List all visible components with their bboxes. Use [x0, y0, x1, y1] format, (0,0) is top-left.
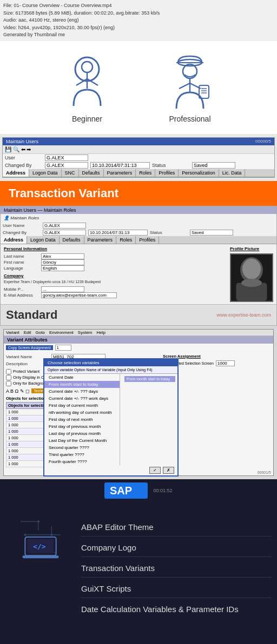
popup-cancel-btn[interactable]: ✗ [163, 467, 174, 474]
popup-selection-area: From month start to today [122, 374, 177, 465]
course-menu-item[interactable]: GuiXT Scripts [81, 580, 272, 598]
meta-bar: File: 01- Course Overview - Course Overv… [0, 0, 277, 41]
popup-selected-value: From month start to today [124, 376, 175, 382]
svg-point-28 [50, 533, 52, 535]
menu-item-goto[interactable]: Goto [36, 330, 45, 335]
sap-tabs[interactable]: AddressLogon DataSNCDefaultsParametersRo… [3, 169, 274, 177]
popup-list-item[interactable]: First day of next month [44, 416, 120, 423]
sap-tab-parameters[interactable]: Parameters [104, 169, 136, 177]
popup-list-item[interactable]: Second quarter ???? [44, 444, 120, 451]
variant-checkbox[interactable] [6, 375, 11, 380]
sap-bottom-timestamp: 00:01:52 [153, 488, 172, 493]
svg-point-27 [37, 520, 39, 522]
svg-rect-36 [22, 555, 58, 558]
beginner-figure: Beginner [57, 52, 117, 123]
tv-tab-defaults[interactable]: Defaults [60, 236, 84, 244]
var-menubar[interactable]: VariantEditGotoEnvironmentSystemHelp [4, 330, 273, 336]
sap-logo: SAP [104, 482, 148, 499]
popup-ok-btn[interactable]: ✓ [149, 467, 161, 474]
course-menu-section: </> ABAP Editor ThemeCompany LogoTransac… [0, 502, 277, 645]
tv-profile-picture: Profile Picture [230, 246, 273, 302]
sap-tab-profiles[interactable]: Profiles [155, 169, 179, 177]
tv-tab-roles[interactable]: Roles [116, 236, 136, 244]
var-right-panel: Screen Assignment Created Selection Scre… [163, 354, 271, 467]
tv-inner-window: Maintain Users — Maintain Roles 👤 Mainta… [0, 206, 277, 326]
tv-tab-logon-data[interactable]: Logon Data [27, 236, 60, 244]
sap-tab-personalization[interactable]: Personalization [179, 169, 219, 177]
sap-toolbar[interactable]: 💾 🔍 ⬅ ➡ [3, 145, 274, 154]
transaction-variant-banner: Transaction Variant [0, 181, 277, 206]
popup-footer[interactable]: ✓ ✗ [44, 465, 177, 475]
var-titlebar: Variant Attributes [4, 336, 273, 344]
variant-checkbox[interactable] [6, 381, 11, 386]
sap-titlebar: Maintain Users 00000/5 [3, 138, 274, 145]
tv-maintain-label: 👤 Maintain Roles [1, 214, 276, 222]
popup-list-item[interactable]: First day of previous month [44, 423, 120, 430]
svg-point-19 [241, 278, 262, 286]
course-items-list[interactable]: ABAP Editor ThemeCompany LogoTransaction… [81, 513, 272, 618]
profile-photo [230, 253, 273, 302]
sap-maintain-users-window: Maintain Users 00000/5 💾 🔍 ⬅ ➡ User G.AL… [2, 137, 275, 178]
sap-tab-defaults[interactable]: Defaults [79, 169, 104, 177]
popup-list-item[interactable]: Current date +/- ??? work days [44, 395, 120, 402]
menu-item-edit[interactable]: Edit [24, 330, 31, 335]
user-field-row: User G.ALEX [3, 154, 274, 162]
tv-tab-profiles[interactable]: Profiles [136, 236, 159, 244]
popup-list-item[interactable]: Current date +/- ??? days [44, 388, 120, 395]
variant-window: VariantEditGotoEnvironmentSystemHelp Var… [3, 329, 274, 476]
tv-titlebar: Maintain Users — Maintain Roles [1, 206, 276, 214]
popup-list-item[interactable]: Last day of previous month [44, 430, 120, 437]
popup-list-item[interactable]: First day of current month [44, 402, 120, 409]
hero-section: Beginner Professional [0, 41, 277, 129]
menu-item-environment[interactable]: Environment [49, 330, 74, 335]
sap-tab-snc[interactable]: SNC [62, 169, 79, 177]
course-menu-item[interactable]: ABAP Editor Theme [81, 518, 272, 536]
tv-tabs[interactable]: AddressLogon DataDefaultsParametersRoles… [1, 236, 276, 244]
tv-tab-address[interactable]: Address [1, 236, 27, 244]
transaction-variant-section: Transaction Variant Maintain Users — Mai… [0, 181, 277, 326]
course-menu-item[interactable]: Date Calculation Variables & Parameter I… [81, 600, 272, 618]
svg-text:</>: </> [33, 542, 46, 551]
professional-icon [160, 52, 220, 111]
professional-figure: Professional [160, 52, 220, 123]
tv-changedby-row: Changed By G.ALEX 10.10.2014/07:31:13 St… [1, 229, 276, 236]
popup-list-item[interactable]: From month start to today [44, 381, 120, 388]
beginner-icon [57, 52, 117, 111]
variant-attributes-section: VariantEditGotoEnvironmentSystemHelp Var… [0, 326, 277, 479]
beginner-label: Beginner [72, 115, 102, 123]
course-menu-item[interactable]: Transaction Variants [81, 559, 272, 578]
svg-point-29 [24, 533, 26, 535]
course-laptop-icon: </> [11, 513, 70, 561]
popup-list-item[interactable]: nth working day of current month [44, 409, 120, 416]
sap-logo-bar: SAP 00:01:52 [0, 479, 277, 502]
sap-maintain-users-section: Maintain Users 00000/5 💾 🔍 ⬅ ➡ User G.AL… [0, 134, 277, 181]
professional-label: Professional [169, 115, 210, 123]
var-popup[interactable]: Choose selection variables Option variab… [43, 358, 179, 477]
svg-line-9 [179, 83, 190, 89]
tv-username-row: User Name G.ALEX [1, 222, 276, 229]
sap-tab-address[interactable]: Address [3, 169, 29, 177]
popup-list-item[interactable]: Fourth quarter ???? [44, 458, 120, 465]
svg-point-17 [242, 258, 261, 279]
tv-tab-parameters[interactable]: Parameters [84, 236, 117, 244]
popup-list-item[interactable]: Third quarter ???? [44, 451, 120, 458]
popup-list[interactable]: Current DateFrom month start to todayCur… [44, 374, 120, 465]
standard-row: Standard www.expertise-team.com [1, 304, 276, 325]
menu-item-help[interactable]: Help [97, 330, 105, 335]
tv-personal-info: Personal Information Last name Alex Firs… [4, 246, 226, 302]
popup-titlebar: Choose selection variables [44, 359, 177, 366]
sap-tab-roles[interactable]: Roles [136, 169, 155, 177]
popup-list-item[interactable]: Current Date [44, 374, 120, 381]
svg-text:SAP: SAP [110, 485, 132, 497]
popup-list-item[interactable]: Last Day of the Current Month [44, 437, 120, 444]
sap-tab-logon-data[interactable]: Logon Data [29, 169, 62, 177]
tv-personal-section: Personal Information Last name Alex Firs… [1, 244, 276, 304]
menu-item-variant[interactable]: Variant [6, 330, 19, 335]
menu-item-system[interactable]: System [78, 330, 93, 335]
course-icon-area: </> [11, 513, 81, 564]
copy-screen-row: Copy Screen Assignment 1 [4, 344, 273, 352]
changed-by-field-row: Changed By G.ALEX 10.10.2014/07:31:13 St… [3, 162, 274, 169]
sap-tab-lic.-data[interactable]: Lic. Data [219, 169, 246, 177]
course-menu-item[interactable]: Company Logo [81, 539, 272, 557]
variant-checkbox[interactable] [6, 369, 11, 374]
